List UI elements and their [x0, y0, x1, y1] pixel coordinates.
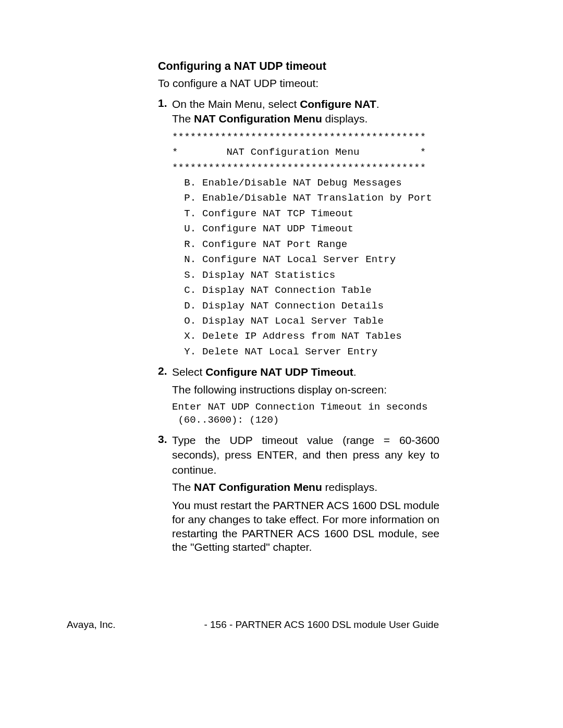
step-body: On the Main Menu, select Configure NAT. …: [172, 97, 439, 127]
page-footer: Avaya, Inc. - 156 - PARTNER ACS 1600 DSL…: [67, 619, 439, 631]
step-line2c: displays.: [322, 113, 368, 125]
footer-company: Avaya, Inc.: [67, 619, 116, 631]
step-3-para: The NAT Configuration Menu redisplays.: [172, 480, 439, 495]
bold-text: NAT Configuration Menu: [194, 481, 322, 493]
step-2: 2. Select Configure NAT UDP Timeout.: [158, 365, 439, 379]
para-c: redisplays.: [322, 481, 377, 493]
step-2-para: The following instructions display on-sc…: [172, 383, 439, 397]
prompt-block: Enter NAT UDP Connection Timeout in seco…: [172, 401, 439, 426]
step-number: 1.: [158, 97, 172, 127]
step-text: Select: [172, 366, 205, 378]
step-number: 3.: [158, 433, 172, 477]
step-3: 3. Type the UDP timeout value (range = 6…: [158, 433, 439, 477]
para-a: The: [172, 481, 194, 493]
step-1: 1. On the Main Menu, select Configure NA…: [158, 97, 439, 127]
step-number: 2.: [158, 365, 172, 379]
step-body: Select Configure NAT UDP Timeout.: [172, 365, 439, 379]
bold-text: Configure NAT UDP Timeout: [205, 366, 353, 378]
step-body: Type the UDP timeout value (range = 60-3…: [172, 433, 439, 477]
step-text: On the Main Menu, select: [172, 98, 300, 110]
intro-text: To configure a NAT UDP timeout:: [158, 77, 439, 90]
bold-text: Configure NAT: [300, 98, 376, 110]
menu-block: ****************************************…: [172, 130, 439, 360]
step-text-end: .: [353, 366, 357, 378]
section-title: Configuring a NAT UDP timeout: [158, 60, 439, 73]
footer-page-info: - 156 - PARTNER ACS 1600 DSL module User…: [204, 619, 439, 631]
step-line2a: The: [172, 113, 194, 125]
page-content: Configuring a NAT UDP timeout To configu…: [158, 60, 439, 559]
step-text-end: .: [376, 98, 380, 110]
step-3-para2: You must restart the PARTNER ACS 1600 DS…: [172, 499, 439, 555]
bold-text: NAT Configuration Menu: [194, 113, 322, 125]
